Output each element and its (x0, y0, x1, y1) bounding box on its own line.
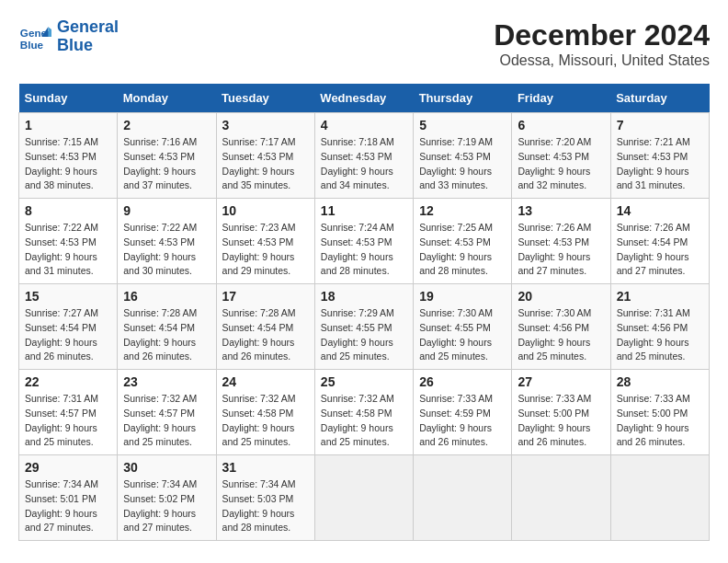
day-number: 9 (123, 203, 210, 218)
day-info: Sunrise: 7:26 AM Sunset: 4:53 PM Dayligh… (518, 222, 591, 276)
day-info: Sunrise: 7:28 AM Sunset: 4:54 PM Dayligh… (123, 307, 197, 362)
calendar-day-cell: 31 Sunrise: 7:34 AM Sunset: 5:03 PM Dayl… (216, 455, 314, 541)
day-number: 21 (617, 289, 703, 304)
day-number: 7 (617, 118, 703, 132)
day-info: Sunrise: 7:33 AM Sunset: 4:59 PM Dayligh… (419, 393, 493, 447)
calendar-day-cell: 8 Sunrise: 7:22 AM Sunset: 4:53 PM Dayli… (19, 199, 118, 284)
calendar-day-cell: 20 Sunrise: 7:30 AM Sunset: 4:56 PM Dayl… (512, 284, 610, 370)
calendar-day-cell: 24 Sunrise: 7:32 AM Sunset: 4:58 PM Dayl… (216, 370, 314, 455)
day-info: Sunrise: 7:34 AM Sunset: 5:03 PM Dayligh… (222, 478, 296, 533)
day-info: Sunrise: 7:23 AM Sunset: 4:53 PM Dayligh… (222, 222, 296, 276)
day-info: Sunrise: 7:26 AM Sunset: 4:54 PM Dayligh… (617, 222, 690, 276)
day-info: Sunrise: 7:21 AM Sunset: 4:53 PM Dayligh… (617, 136, 690, 190)
svg-text:Blue: Blue (20, 38, 44, 50)
calendar-day-cell: 2 Sunrise: 7:16 AM Sunset: 4:53 PM Dayli… (118, 113, 216, 199)
day-number: 22 (25, 374, 111, 389)
day-number: 23 (123, 374, 210, 389)
calendar-day-cell: 16 Sunrise: 7:28 AM Sunset: 4:54 PM Dayl… (118, 284, 216, 370)
calendar-day-cell: 21 Sunrise: 7:31 AM Sunset: 4:56 PM Dayl… (610, 284, 709, 370)
day-info: Sunrise: 7:32 AM Sunset: 4:57 PM Dayligh… (123, 393, 197, 447)
calendar-day-cell: 12 Sunrise: 7:25 AM Sunset: 4:53 PM Dayl… (414, 199, 512, 284)
calendar-week-row: 8 Sunrise: 7:22 AM Sunset: 4:53 PM Dayli… (19, 199, 710, 284)
logo-text: General Blue (57, 18, 119, 55)
day-info: Sunrise: 7:33 AM Sunset: 5:00 PM Dayligh… (518, 393, 591, 447)
calendar-day-cell (610, 455, 709, 541)
calendar-day-cell: 15 Sunrise: 7:27 AM Sunset: 4:54 PM Dayl… (19, 284, 118, 370)
day-info: Sunrise: 7:17 AM Sunset: 4:53 PM Dayligh… (222, 136, 296, 190)
day-number: 4 (321, 118, 407, 132)
day-number: 16 (123, 289, 210, 304)
calendar-day-header: Tuesday (216, 84, 314, 113)
logo-icon: General Blue (18, 20, 51, 53)
calendar-day-cell: 27 Sunrise: 7:33 AM Sunset: 5:00 PM Dayl… (512, 370, 610, 455)
calendar-week-row: 22 Sunrise: 7:31 AM Sunset: 4:57 PM Dayl… (19, 370, 710, 455)
day-number: 8 (25, 203, 111, 218)
day-number: 31 (222, 460, 309, 475)
day-info: Sunrise: 7:31 AM Sunset: 4:57 PM Dayligh… (25, 393, 98, 447)
title-block: December 2024 Odessa, Missouri, United S… (494, 18, 710, 69)
day-number: 15 (25, 289, 111, 304)
day-info: Sunrise: 7:34 AM Sunset: 5:02 PM Dayligh… (123, 478, 197, 533)
calendar-day-cell: 25 Sunrise: 7:32 AM Sunset: 4:58 PM Dayl… (314, 370, 413, 455)
day-info: Sunrise: 7:22 AM Sunset: 4:53 PM Dayligh… (123, 222, 197, 276)
calendar-day-cell: 23 Sunrise: 7:32 AM Sunset: 4:57 PM Dayl… (118, 370, 216, 455)
day-info: Sunrise: 7:25 AM Sunset: 4:53 PM Dayligh… (419, 222, 493, 276)
calendar-day-header: Friday (512, 84, 610, 113)
calendar-day-header: Wednesday (314, 84, 413, 113)
calendar-week-row: 29 Sunrise: 7:34 AM Sunset: 5:01 PM Dayl… (19, 455, 710, 541)
calendar-header-row: SundayMondayTuesdayWednesdayThursdayFrid… (19, 84, 710, 113)
calendar-day-cell: 22 Sunrise: 7:31 AM Sunset: 4:57 PM Dayl… (19, 370, 118, 455)
day-info: Sunrise: 7:27 AM Sunset: 4:54 PM Dayligh… (25, 307, 98, 362)
calendar-day-cell: 14 Sunrise: 7:26 AM Sunset: 4:54 PM Dayl… (610, 199, 709, 284)
calendar-day-cell: 7 Sunrise: 7:21 AM Sunset: 4:53 PM Dayli… (610, 113, 709, 199)
logo: General Blue General Blue (18, 18, 119, 55)
day-number: 30 (123, 460, 210, 475)
calendar-day-cell: 19 Sunrise: 7:30 AM Sunset: 4:55 PM Dayl… (414, 284, 512, 370)
calendar-day-header: Monday (118, 84, 216, 113)
calendar-week-row: 15 Sunrise: 7:27 AM Sunset: 4:54 PM Dayl… (19, 284, 710, 370)
day-info: Sunrise: 7:15 AM Sunset: 4:53 PM Dayligh… (25, 136, 98, 190)
calendar-day-cell (314, 455, 413, 541)
day-info: Sunrise: 7:32 AM Sunset: 4:58 PM Dayligh… (222, 393, 296, 447)
calendar-day-cell (414, 455, 512, 541)
day-info: Sunrise: 7:29 AM Sunset: 4:55 PM Dayligh… (321, 307, 394, 362)
day-info: Sunrise: 7:33 AM Sunset: 5:00 PM Dayligh… (617, 393, 690, 447)
day-number: 18 (321, 289, 407, 304)
calendar-day-cell: 17 Sunrise: 7:28 AM Sunset: 4:54 PM Dayl… (216, 284, 314, 370)
day-number: 28 (617, 374, 703, 389)
calendar-day-cell: 1 Sunrise: 7:15 AM Sunset: 4:53 PM Dayli… (19, 113, 118, 199)
calendar-day-header: Sunday (19, 84, 118, 113)
calendar-day-cell: 4 Sunrise: 7:18 AM Sunset: 4:53 PM Dayli… (314, 113, 413, 199)
page-title: December 2024 (494, 18, 710, 52)
calendar-day-cell: 5 Sunrise: 7:19 AM Sunset: 4:53 PM Dayli… (414, 113, 512, 199)
day-number: 2 (123, 118, 210, 132)
calendar-day-cell (512, 455, 610, 541)
day-number: 12 (419, 203, 506, 218)
calendar-day-cell: 6 Sunrise: 7:20 AM Sunset: 4:53 PM Dayli… (512, 113, 610, 199)
calendar-day-cell: 10 Sunrise: 7:23 AM Sunset: 4:53 PM Dayl… (216, 199, 314, 284)
day-number: 29 (25, 460, 111, 475)
day-info: Sunrise: 7:16 AM Sunset: 4:53 PM Dayligh… (123, 136, 197, 190)
day-info: Sunrise: 7:34 AM Sunset: 5:01 PM Dayligh… (25, 478, 98, 533)
day-number: 25 (321, 374, 407, 389)
day-number: 13 (518, 203, 604, 218)
day-info: Sunrise: 7:18 AM Sunset: 4:53 PM Dayligh… (321, 136, 394, 190)
calendar-day-header: Saturday (610, 84, 709, 113)
day-number: 10 (222, 203, 309, 218)
day-info: Sunrise: 7:20 AM Sunset: 4:53 PM Dayligh… (518, 136, 591, 190)
day-number: 5 (419, 118, 506, 132)
day-number: 11 (321, 203, 407, 218)
day-info: Sunrise: 7:30 AM Sunset: 4:55 PM Dayligh… (419, 307, 493, 362)
calendar-day-cell: 30 Sunrise: 7:34 AM Sunset: 5:02 PM Dayl… (118, 455, 216, 541)
page-subtitle: Odessa, Missouri, United States (494, 52, 710, 69)
day-info: Sunrise: 7:19 AM Sunset: 4:53 PM Dayligh… (419, 136, 493, 190)
calendar-day-cell: 3 Sunrise: 7:17 AM Sunset: 4:53 PM Dayli… (216, 113, 314, 199)
calendar-day-cell: 26 Sunrise: 7:33 AM Sunset: 4:59 PM Dayl… (414, 370, 512, 455)
day-number: 17 (222, 289, 309, 304)
calendar-day-cell: 29 Sunrise: 7:34 AM Sunset: 5:01 PM Dayl… (19, 455, 118, 541)
day-info: Sunrise: 7:30 AM Sunset: 4:56 PM Dayligh… (518, 307, 591, 362)
page-header: General Blue General Blue December 2024 … (18, 18, 710, 69)
calendar-day-cell: 28 Sunrise: 7:33 AM Sunset: 5:00 PM Dayl… (610, 370, 709, 455)
calendar-day-cell: 9 Sunrise: 7:22 AM Sunset: 4:53 PM Dayli… (118, 199, 216, 284)
calendar-day-cell: 13 Sunrise: 7:26 AM Sunset: 4:53 PM Dayl… (512, 199, 610, 284)
